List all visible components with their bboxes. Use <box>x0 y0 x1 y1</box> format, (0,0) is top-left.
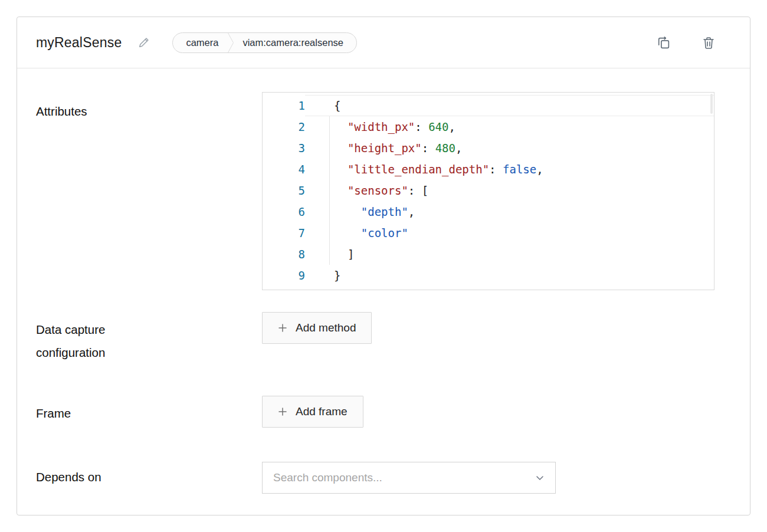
component-body: Attributes 1{2 "width_px": 640,3 "height… <box>17 92 750 494</box>
plus-icon <box>278 323 287 333</box>
attributes-label: Attributes <box>36 92 262 123</box>
search-components-input[interactable] <box>273 471 535 484</box>
component-type: camera <box>173 37 227 48</box>
line-number: 9 <box>263 265 305 286</box>
component-card: myRealSense camera viam:camera:realsense <box>17 17 750 515</box>
code-line[interactable]: 7 "color" <box>263 222 714 244</box>
code-line-content: { <box>305 95 714 116</box>
component-type-badge: camera viam:camera:realsense <box>172 32 357 53</box>
add-method-button[interactable]: Add method <box>262 312 372 344</box>
code-line-content: "height_px": 480, <box>305 137 714 159</box>
code-line-content: "little_endian_depth": false, <box>305 159 714 180</box>
chevron-right-icon <box>227 32 234 53</box>
data-capture-label: Data capture configuration <box>36 312 166 364</box>
code-line[interactable]: 4 "little_endian_depth": false, <box>263 159 714 180</box>
code-line[interactable]: 6 "depth", <box>263 201 714 222</box>
line-number: 7 <box>263 222 305 244</box>
line-number: 4 <box>263 159 305 180</box>
attributes-row: Attributes 1{2 "width_px": 640,3 "height… <box>17 92 750 290</box>
plus-icon <box>278 407 287 416</box>
code-line-content: ] <box>305 244 714 265</box>
editor-scrollbar[interactable] <box>710 94 713 114</box>
frame-label: Frame <box>36 396 262 425</box>
line-number: 8 <box>263 244 305 265</box>
code-line-content: "sensors": [ <box>305 180 714 201</box>
pencil-icon <box>138 37 150 48</box>
component-name: myRealSense <box>36 35 122 51</box>
code-line[interactable]: 2 "width_px": 640, <box>263 116 714 137</box>
depends-on-label: Depends on <box>36 462 262 488</box>
code-line-content: "color" <box>305 222 714 244</box>
add-method-label: Add method <box>296 321 356 334</box>
frame-row: Frame Add frame <box>17 396 750 428</box>
header-actions <box>656 35 716 50</box>
component-header: myRealSense camera viam:camera:realsense <box>17 17 750 68</box>
code-lines: 1{2 "width_px": 640,3 "height_px": 480,4… <box>263 95 714 286</box>
line-number: 5 <box>263 180 305 201</box>
code-line[interactable]: 1{ <box>263 95 714 116</box>
line-number: 3 <box>263 137 305 159</box>
code-line[interactable]: 3 "height_px": 480, <box>263 137 714 159</box>
chevron-down-icon <box>535 473 545 482</box>
line-number: 1 <box>263 95 305 116</box>
code-line[interactable]: 9} <box>263 265 714 286</box>
depends-on-select[interactable] <box>262 462 556 494</box>
rename-button[interactable] <box>138 37 150 48</box>
delete-button[interactable] <box>702 35 716 50</box>
code-line-content: } <box>305 265 714 286</box>
code-line-content: "depth", <box>305 201 714 222</box>
add-frame-label: Add frame <box>296 405 348 418</box>
trash-icon <box>702 35 716 50</box>
code-line-content: "width_px": 640, <box>305 116 714 137</box>
line-number: 2 <box>263 116 305 137</box>
add-frame-button[interactable]: Add frame <box>262 396 363 428</box>
duplicate-button[interactable] <box>656 35 671 50</box>
data-capture-row: Data capture configuration Add method <box>17 312 750 364</box>
duplicate-icon <box>656 35 671 50</box>
code-line[interactable]: 5 "sensors": [ <box>263 180 714 201</box>
attributes-json-editor[interactable]: 1{2 "width_px": 640,3 "height_px": 480,4… <box>262 92 714 290</box>
line-number: 6 <box>263 201 305 222</box>
component-model: viam:camera:realsense <box>234 37 356 48</box>
code-line[interactable]: 8 ] <box>263 244 714 265</box>
depends-on-row: Depends on <box>17 462 750 494</box>
